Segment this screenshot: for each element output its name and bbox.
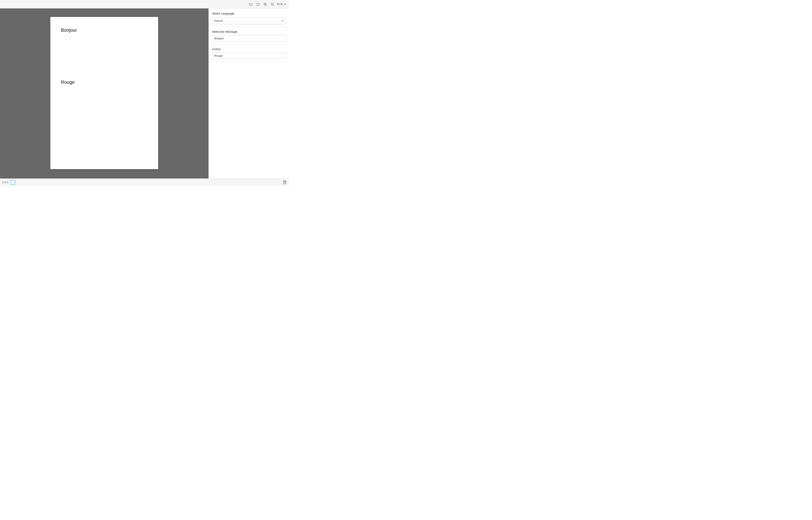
language-select-wrapper: French English Spanish German Italian ▼ (212, 17, 286, 24)
page-thumbnail[interactable] (10, 180, 15, 185)
welcome-message-section: Welcome Message (209, 27, 289, 45)
undo-button[interactable] (248, 2, 254, 7)
zoom-out-button[interactable] (269, 2, 275, 7)
document-colour-text: Rouge (61, 79, 150, 85)
zoom-in-button[interactable] (262, 2, 268, 7)
welcome-message-label: Welcome Message (212, 30, 286, 33)
document-page: Bonjour Rouge (50, 17, 158, 169)
colour-input[interactable] (212, 52, 286, 59)
colour-label: Colour (212, 47, 286, 51)
svg-rect-7 (284, 181, 286, 184)
welcome-message-input[interactable] (212, 35, 286, 42)
redo-button[interactable] (255, 2, 261, 7)
document-icon (283, 180, 287, 184)
document-welcome-text: Bonjour (61, 27, 150, 33)
zoom-value: 74 (277, 3, 280, 6)
zoom-unit: % (280, 3, 283, 6)
svg-line-1 (266, 5, 266, 5)
toolbar: 74 % ▼ (0, 0, 289, 8)
zoom-dropdown-button[interactable]: ▼ (284, 3, 286, 5)
zoom-dropdown-arrow: ▼ (284, 3, 286, 5)
language-section: Select Language French English Spanish G… (209, 8, 289, 27)
select-language-label: Select Language (212, 12, 286, 15)
page-indicator: 1 of 1 (2, 181, 8, 184)
right-panel: Select Language French English Spanish G… (209, 8, 289, 179)
main-content: Bonjour Rouge Select Language French Eng… (0, 8, 289, 179)
bottom-bar: 1 of 1 (0, 179, 289, 186)
svg-line-5 (273, 5, 273, 5)
zoom-display: 74 % (277, 3, 283, 6)
colour-section: Colour (209, 45, 289, 62)
language-select[interactable]: French English Spanish German Italian (212, 17, 286, 24)
preview-area: Bonjour Rouge (0, 8, 209, 179)
